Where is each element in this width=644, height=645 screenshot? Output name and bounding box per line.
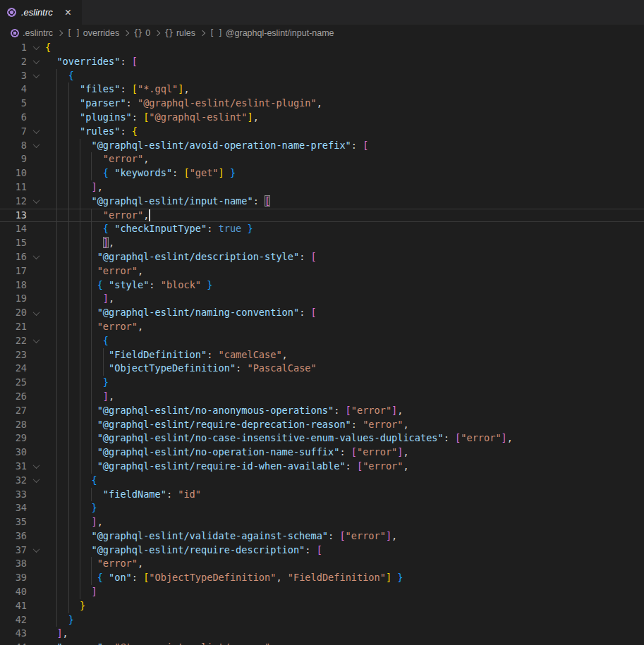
line-number[interactable]: 28 — [0, 418, 27, 432]
code-line[interactable]: 21 "error", — [0, 320, 644, 334]
code-line[interactable]: 4 "files": ["*.gql"], — [0, 82, 644, 97]
line-number[interactable]: 33 — [0, 488, 27, 502]
code-line[interactable]: 40 ] — [0, 585, 644, 599]
code-line[interactable]: 31 "@graphql-eslint/require-id-when-avai… — [0, 460, 644, 474]
line-number[interactable]: 2 — [0, 55, 27, 69]
close-icon[interactable]: × — [65, 7, 71, 18]
line-number[interactable]: 36 — [0, 529, 27, 543]
line-number[interactable]: 29 — [0, 431, 27, 446]
line-number[interactable]: 5 — [0, 97, 27, 111]
line-number[interactable]: 11 — [0, 180, 27, 195]
code-line[interactable]: 23 "FieldDefinition": "camelCase", — [0, 348, 644, 362]
line-number[interactable]: 39 — [0, 571, 27, 585]
line-number[interactable]: 41 — [0, 599, 27, 613]
line-number[interactable]: 12 — [0, 195, 27, 209]
tab-eslintrc[interactable]: .eslintrc × — [0, 0, 82, 25]
line-number[interactable]: 44 — [0, 641, 27, 645]
line-number[interactable]: 23 — [0, 348, 27, 362]
code-line[interactable]: 3 { — [0, 69, 644, 83]
code-line[interactable]: 5 "parser": "@graphql-eslint/eslint-plug… — [0, 97, 644, 111]
line-number[interactable]: 25 — [0, 376, 27, 390]
code-line[interactable]: 38 "error", — [0, 557, 644, 571]
line-number[interactable]: 18 — [0, 278, 27, 293]
line-number[interactable]: 35 — [0, 515, 27, 529]
code-line[interactable]: 29 "@graphql-eslint/no-case-insensitive-… — [0, 431, 644, 446]
line-number[interactable]: 9 — [0, 152, 27, 166]
code-line[interactable]: 39 { "on": ["ObjectTypeDefinition", "Fie… — [0, 571, 644, 585]
line-number[interactable]: 8 — [0, 139, 27, 153]
line-number[interactable]: 15 — [0, 236, 27, 250]
fold-chevron-icon[interactable] — [27, 195, 45, 209]
fold-chevron-icon[interactable] — [27, 250, 45, 264]
line-number[interactable]: 38 — [0, 557, 27, 571]
code-line[interactable]: 1{ — [0, 41, 644, 55]
line-number[interactable]: 17 — [0, 264, 27, 278]
line-number[interactable]: 26 — [0, 390, 27, 404]
line-number[interactable]: 42 — [0, 613, 27, 627]
code-line[interactable]: 7 "rules": { — [0, 125, 644, 139]
line-number[interactable]: 24 — [0, 362, 27, 376]
code-line[interactable]: 2 "overrides": [ — [0, 55, 644, 69]
code-line[interactable]: 30 "@graphql-eslint/no-operation-name-su… — [0, 446, 644, 460]
line-number[interactable]: 1 — [0, 41, 27, 55]
code-line[interactable]: 20 "@graphql-eslint/naming-convention": … — [0, 306, 644, 320]
line-number[interactable]: 19 — [0, 292, 27, 306]
line-number[interactable]: 32 — [0, 474, 27, 488]
code-editor[interactable]: 1{2 "overrides": [3 {4 "files": ["*.gql"… — [0, 41, 644, 645]
fold-chevron-icon[interactable] — [27, 543, 45, 558]
code-line[interactable]: 18 { "style": "block" } — [0, 278, 644, 293]
code-line[interactable]: 11 ], — [0, 180, 644, 195]
code-line[interactable]: 25 } — [0, 376, 644, 390]
line-number[interactable]: 30 — [0, 446, 27, 460]
fold-chevron-icon[interactable] — [27, 306, 45, 320]
code-line[interactable]: 15 ], — [0, 236, 644, 250]
code-line[interactable]: 16 "@graphql-eslint/description-style": … — [0, 250, 644, 264]
line-number[interactable]: 40 — [0, 585, 27, 599]
line-number[interactable]: 27 — [0, 404, 27, 418]
code-line[interactable]: 8 "@graphql-eslint/avoid-operation-name-… — [0, 139, 644, 153]
fold-chevron-icon[interactable] — [27, 474, 45, 488]
code-line[interactable]: 44 "parser": "@typescript-eslint/parser" — [0, 641, 644, 645]
line-number[interactable]: 16 — [0, 250, 27, 264]
code-line[interactable]: 19 ], — [0, 292, 644, 306]
code-line[interactable]: 33 "fieldName": "id" — [0, 488, 644, 502]
line-number[interactable]: 3 — [0, 69, 27, 83]
code-line[interactable]: 14 { "checkInputType": true } — [0, 222, 644, 236]
breadcrumb-item-input-name[interactable]: [ ] @graphql-eslint/input-name — [209, 28, 334, 38]
code-line[interactable]: 28 "@graphql-eslint/require-deprecation-… — [0, 418, 644, 432]
code-line[interactable]: 6 "plugins": ["@graphql-eslint"], — [0, 111, 644, 125]
code-line[interactable]: 9 "error", — [0, 152, 644, 166]
code-line[interactable]: 35 ], — [0, 515, 644, 529]
breadcrumb-item-file[interactable]: .eslintrc — [11, 28, 53, 38]
fold-chevron-icon[interactable] — [27, 69, 45, 83]
fold-chevron-icon[interactable] — [27, 460, 45, 474]
breadcrumb-item-overrides[interactable]: [ ] overrides — [67, 28, 119, 38]
code-line[interactable]: 13 "error", — [0, 209, 644, 223]
code-line[interactable]: 43 ], — [0, 627, 644, 641]
line-number[interactable]: 10 — [0, 166, 27, 180]
line-number[interactable]: 6 — [0, 111, 27, 125]
line-number[interactable]: 7 — [0, 125, 27, 139]
line-number[interactable]: 22 — [0, 334, 27, 348]
code-line[interactable]: 17 "error", — [0, 264, 644, 278]
line-number[interactable]: 34 — [0, 501, 27, 515]
code-line[interactable]: 24 "ObjectTypeDefinition": "PascalCase" — [0, 362, 644, 376]
line-number[interactable]: 31 — [0, 460, 27, 474]
fold-chevron-icon[interactable] — [27, 55, 45, 69]
code-line[interactable]: 34 } — [0, 501, 644, 515]
line-number[interactable]: 21 — [0, 320, 27, 334]
code-line[interactable]: 36 "@graphql-eslint/validate-against-sch… — [0, 529, 644, 543]
line-number[interactable]: 20 — [0, 306, 27, 320]
code-line[interactable]: 42 } — [0, 613, 644, 627]
code-line[interactable]: 12 "@graphql-eslint/input-name": [ — [0, 195, 644, 209]
line-number[interactable]: 4 — [0, 82, 27, 97]
code-line[interactable]: 10 { "keywords": ["get"] } — [0, 166, 644, 180]
fold-chevron-icon[interactable] — [27, 41, 45, 55]
fold-chevron-icon[interactable] — [27, 125, 45, 139]
breadcrumb-item-rules[interactable]: {} rules — [164, 28, 195, 38]
line-number[interactable]: 43 — [0, 627, 27, 641]
breadcrumb-item-0[interactable]: {} 0 — [133, 28, 150, 38]
code-line[interactable]: 26 ], — [0, 390, 644, 404]
code-line[interactable]: 41 } — [0, 599, 644, 613]
code-line[interactable]: 22 { — [0, 334, 644, 348]
